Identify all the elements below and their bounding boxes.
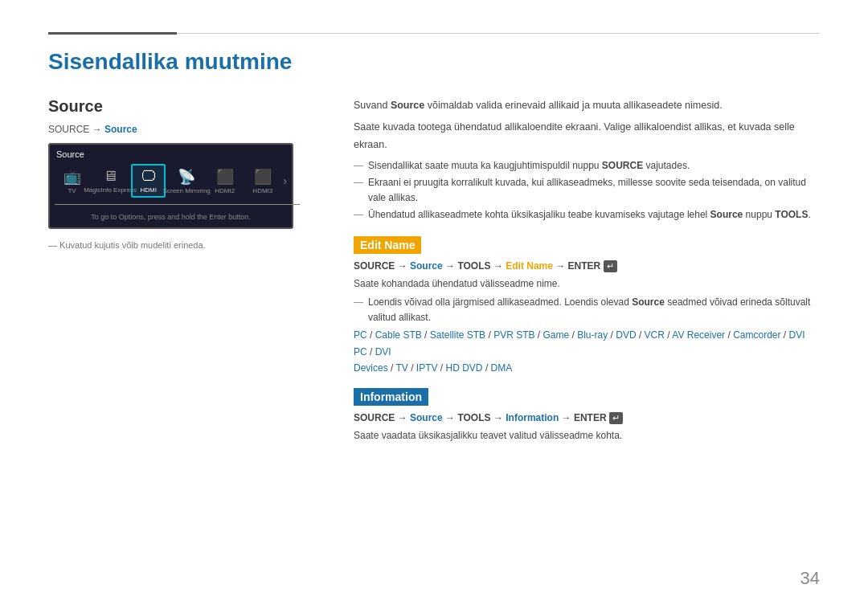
source-icon-magicinfo[interactable]: 🖥 MagicInfo Express bbox=[92, 166, 128, 196]
hdmi2-label: HDMI2 bbox=[215, 187, 235, 194]
right-column: Suvand Source võimaldab valida erinevaid… bbox=[354, 97, 820, 581]
bullet-1: — Sisendallikat saate muuta ka kaugjuhti… bbox=[354, 158, 820, 174]
path-tools: TOOLS bbox=[457, 260, 490, 272]
source-hint: To go to Options, press and hold the Ent… bbox=[55, 211, 287, 223]
info-path-source-keyword: Source bbox=[410, 412, 443, 423]
hdmi3-label: HDMI3 bbox=[252, 187, 272, 194]
edit-name-dash: — bbox=[354, 295, 363, 325]
bullet-2: — Ekraani ei pruugita korralikult kuvada… bbox=[354, 175, 820, 206]
source-box-title: Source bbox=[55, 149, 287, 159]
screen-mirroring-label: Screen Mirroring bbox=[163, 187, 211, 194]
intro-line-2: Saate kuvada tootega ühendatud allikaloe… bbox=[354, 119, 820, 153]
device-item-dvi: DVI bbox=[375, 346, 391, 358]
device-item-dma: DMA bbox=[491, 362, 513, 374]
device-item-hd-dvd: HD DVD bbox=[446, 362, 483, 374]
info-path-tools: TOOLS bbox=[457, 412, 490, 423]
left-footnote: Kuvatud kujutis võib mudeliti erineda. bbox=[48, 240, 321, 250]
source-chevron-icon: › bbox=[283, 174, 287, 187]
bullet-1-text: Sisendallikat saate muuta ka kaugjuhtimi… bbox=[368, 158, 690, 174]
left-column: Source SOURCE → Source Source 📺 TV 🖥 Mag bbox=[48, 97, 321, 581]
source-section-title: Source bbox=[48, 97, 321, 116]
device-item-tv: TV bbox=[395, 362, 407, 374]
device-item-satellite-stb: Satellite STB bbox=[430, 329, 485, 341]
edit-name-path: SOURCE → Source → TOOLS → Edit Name → EN… bbox=[354, 260, 820, 272]
source-divider bbox=[55, 204, 300, 205]
source-nav-keyword: Source bbox=[104, 124, 137, 135]
device-item-iptv: IPTV bbox=[416, 362, 438, 374]
device-item-pc: PC bbox=[354, 329, 367, 341]
information-path: SOURCE → Source → TOOLS → Information → … bbox=[354, 412, 820, 424]
tv-label: TV bbox=[68, 187, 76, 194]
info-path-information: Information bbox=[506, 412, 559, 423]
information-header: Information bbox=[354, 388, 428, 406]
source-icon-screen-mirroring[interactable]: 📡 Screen Mirroring bbox=[169, 166, 204, 197]
page-title: Sisendallika muutmine bbox=[48, 49, 820, 75]
device-item-cable-stb: Cable STB bbox=[375, 329, 422, 341]
path-enter-label: ENTER bbox=[568, 260, 601, 272]
source-bold-1: Source bbox=[391, 100, 424, 111]
intro-line-1: Suvand Source võimaldab valida erinevaid… bbox=[354, 97, 820, 114]
path-source-label: SOURCE bbox=[354, 260, 395, 272]
source-icon-hdmi3[interactable]: ⬛ HDMI3 bbox=[245, 166, 280, 197]
device-item-bluray: Blu-ray bbox=[577, 329, 608, 341]
magicinfo-icon: 🖥 bbox=[103, 168, 117, 185]
device-item-camcorder: Camcorder bbox=[733, 329, 780, 341]
page-number: 34 bbox=[800, 568, 820, 589]
info-enter-icon: ↵ bbox=[609, 412, 623, 424]
device-item-devices: Devices bbox=[354, 362, 388, 374]
device-item-av-receiver: AV Receiver bbox=[672, 329, 725, 341]
screen-mirroring-icon: 📡 bbox=[178, 168, 195, 186]
edit-name-desc: Saate kohandada ühendatud välisseadme ni… bbox=[354, 276, 820, 292]
bullet-3: — Ühendatud allikaseadmete kohta üksikas… bbox=[354, 207, 820, 223]
edit-name-header: Edit Name bbox=[354, 236, 421, 254]
device-item-dvd: DVD bbox=[616, 329, 636, 341]
device-list: PC / Cable STB / Satellite STB / PVR STB… bbox=[354, 327, 820, 376]
info-path-source-label: SOURCE bbox=[354, 412, 395, 423]
dash-3: — bbox=[354, 207, 363, 223]
dash-1: — bbox=[354, 158, 363, 174]
information-desc: Saate vaadata üksikasjalikku teavet vali… bbox=[354, 428, 820, 443]
source-icon-hdmi[interactable]: 🖵 HDMI bbox=[131, 164, 166, 198]
source-nav-path: SOURCE → Source bbox=[48, 124, 321, 135]
source-nav-label: SOURCE → bbox=[48, 124, 104, 135]
source-icons-row: 📺 TV 🖥 MagicInfo Express 🖵 HDMI bbox=[55, 164, 287, 198]
magicinfo-label: MagicInfo Express bbox=[84, 186, 137, 194]
bullet-3-text: Ühendatud allikaseadmete kohta üksikasja… bbox=[368, 207, 811, 223]
hdmi-label: HDMI bbox=[140, 186, 156, 194]
hdmi3-icon: ⬛ bbox=[254, 168, 272, 186]
source-icon-hdmi2[interactable]: ⬛ HDMI2 bbox=[207, 166, 242, 197]
source-box: Source 📺 TV 🖥 MagicInfo Express 🖵 bbox=[48, 143, 293, 229]
device-item-vcr: VCR bbox=[645, 329, 665, 341]
tv-icon: 📺 bbox=[63, 168, 81, 186]
hdmi-icon: 🖵 bbox=[141, 168, 156, 185]
enter-icon: ↵ bbox=[604, 260, 617, 272]
path-source-keyword: Source bbox=[410, 260, 443, 272]
info-path-enter-label: ENTER bbox=[574, 412, 607, 423]
path-editname: Edit Name bbox=[506, 260, 553, 272]
hdmi2-icon: ⬛ bbox=[216, 168, 234, 186]
edit-name-bullet: — Loendis võivad olla järgmised allikase… bbox=[354, 295, 820, 325]
dash-2: — bbox=[354, 175, 363, 206]
top-decorative-lines bbox=[48, 32, 820, 35]
bullet-2-text: Ekraani ei pruugita korralikult kuvada, … bbox=[368, 175, 820, 206]
edit-name-bullet-text: Loendis võivad olla järgmised allikasead… bbox=[368, 295, 820, 325]
device-item-pvr-stb: PVR STB bbox=[493, 329, 534, 341]
device-item-game: Game bbox=[543, 329, 570, 341]
